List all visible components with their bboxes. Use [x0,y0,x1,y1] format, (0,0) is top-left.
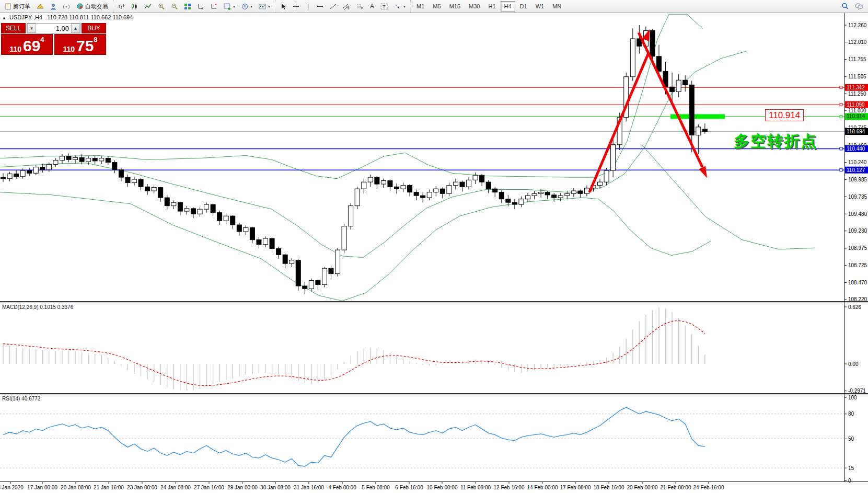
autoscroll-button[interactable] [195,2,207,12]
toolbar-group-draw: E F A T ▾ [275,0,410,13]
text-button[interactable]: A [367,1,377,12]
buy-button[interactable]: BUY [82,23,106,33]
fibonacci-icon: F [356,3,364,10]
autoscroll-icon [198,3,204,10]
zoom-in-button[interactable] [155,2,167,12]
candle-body [598,182,603,185]
price-tick-label: 111.250 [848,91,866,97]
candle-body [125,177,130,182]
trend-arrow-line[interactable] [589,53,649,192]
candle-body [558,196,563,198]
new-order-button[interactable]: 新订单 [2,1,33,12]
timeframe-m5[interactable]: M5 [429,1,444,12]
candle-body [395,187,399,189]
horizontal-line-icon [317,4,323,9]
timeframe-h1[interactable]: H1 [484,1,499,12]
fibonacci-button[interactable]: F [354,2,366,12]
time-tick-label: 21 Jan 16:00 [94,485,124,490]
crosshair-button[interactable] [290,2,302,12]
chart-canvas[interactable]: 112.260112.010111.755111.505111.250111.0… [0,0,868,493]
timeframe-w1[interactable]: W1 [532,1,548,12]
line-chart-button[interactable] [142,2,154,12]
trendline-button[interactable] [327,2,339,12]
candle-body [584,188,589,193]
candle-body [630,39,635,77]
time-tick-label: 17 Jan 00:00 [27,485,57,490]
candle-body [650,30,655,56]
candle-body [132,179,137,182]
turning-point-annotation[interactable]: 多空转折点 [734,131,817,152]
hline-button[interactable] [314,3,326,10]
trend-arrow-head [699,166,707,178]
candle-chart-button[interactable] [129,2,141,12]
bollinger-band [642,145,815,249]
bar-chart-button[interactable] [115,2,128,12]
chart-shift-icon [211,3,217,10]
cursor-button[interactable] [277,2,289,12]
candle-body [349,206,353,226]
text-label-button[interactable]: T [378,2,390,12]
price-tick-label: 109.480 [848,211,867,217]
indicators-button[interactable]: ▾ [221,2,238,12]
indicators-dropdown-arrow: ▾ [233,4,235,9]
candle-body [86,158,91,162]
time-tick-label: 14 Feb 00:00 [527,485,558,490]
gold-button[interactable] [34,2,47,12]
price-badge-label: 111.342 [847,85,865,90]
candle-body [158,188,163,198]
timeframe-h4[interactable]: H4 [501,1,515,12]
candle-body [565,193,570,196]
candle-body [257,240,261,245]
signals-button[interactable] [61,2,73,12]
timeframe-mn[interactable]: MN [549,1,565,12]
candle-body [552,195,557,198]
periods-button[interactable]: ▾ [239,2,255,12]
price-tick-label: 110.240 [848,159,867,165]
candle-body [99,158,104,161]
zoom-out-button[interactable] [168,2,180,12]
candle-body [702,129,707,131]
price-callout-label[interactable]: 110.914 [765,109,804,121]
buy-price-box[interactable]: 110 75 8 [54,34,106,55]
accounts-button[interactable] [48,2,60,12]
candle-body [676,80,681,91]
timeframe-m15[interactable]: M15 [446,1,464,12]
sell-price-box[interactable]: 110 69 4 [1,34,53,55]
sell-button[interactable]: SELL [1,23,26,33]
candle-body [171,202,176,205]
auto-trading-button[interactable]: 自动交易 [74,1,111,12]
candle-body [342,226,346,250]
candle-body [184,209,189,211]
candle-body [303,286,307,289]
candle-body [296,260,300,286]
candle-body [408,186,412,192]
candle-body [20,170,25,177]
collapse-triangle-icon[interactable]: ▲ [2,16,6,20]
line-anchor-square [840,115,842,118]
time-tick-label: 21 Feb 08:00 [661,485,691,490]
vertical-line-icon [306,3,310,10]
timeframe-m30[interactable]: M30 [465,1,483,12]
timeframe-d1[interactable]: D1 [516,1,531,12]
bar-chart-icon [118,3,125,10]
time-tick-label: 6 Feb 16:00 [395,485,423,490]
candle-body [7,174,12,179]
chat-button[interactable] [852,1,866,12]
rsi-axis-label: 50 [848,436,854,442]
channel-button[interactable]: E [340,2,353,12]
volume-up-button[interactable]: ▲ [71,24,80,33]
macd-axis-label: 0.00 [848,361,859,367]
vline-button[interactable] [303,2,313,12]
templates-button[interactable]: ▾ [256,2,273,12]
timeframe-m1[interactable]: M1 [413,1,428,12]
chart-shift-button[interactable] [208,2,220,12]
search-button[interactable] [839,1,851,12]
svg-text:F: F [361,7,363,10]
line-anchor-square [840,169,842,171]
rsi-line [3,407,705,466]
volume-down-button[interactable]: ▼ [27,24,36,33]
volume-input[interactable] [36,24,71,33]
arrows-button[interactable]: ▾ [391,2,408,12]
tile-windows-button[interactable] [181,2,194,12]
candle-body [53,160,58,165]
